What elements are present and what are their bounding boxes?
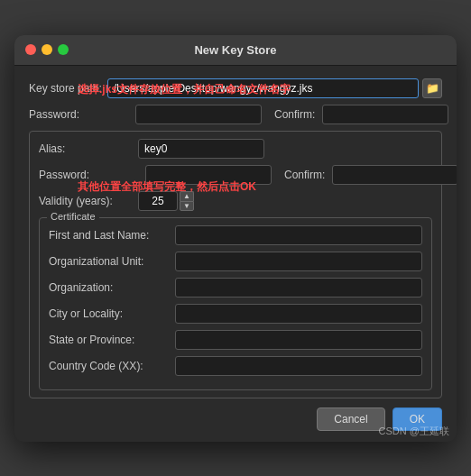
city-label: City or Locality: [49, 307, 175, 320]
title-bar: New Key Store [14, 35, 457, 66]
country-input[interactable] [175, 356, 422, 376]
first-last-name-label: First and Last Name: [49, 229, 175, 242]
validity-row: Validity (years): ▲ ▼ [39, 191, 432, 211]
ok-button[interactable]: OK [392, 407, 442, 431]
form-content: 选择.jks文件存放位置，并自己命名文件名字 其他位置全部填写完整，然后点击OK… [14, 66, 457, 442]
maximize-button[interactable] [58, 44, 69, 55]
folder-browse-button[interactable]: 📁 [422, 78, 442, 98]
confirm-input[interactable] [322, 105, 448, 124]
city-row: City or Locality: [49, 304, 422, 324]
state-input[interactable] [175, 330, 422, 350]
city-input[interactable] [175, 304, 422, 324]
password-input[interactable] [135, 105, 262, 124]
alias-label: Alias: [39, 142, 138, 155]
validity-input[interactable] [138, 191, 178, 211]
validity-spinner: ▲ ▼ [138, 191, 194, 211]
cancel-button[interactable]: Cancel [317, 407, 384, 431]
org-input[interactable] [175, 278, 422, 298]
org-unit-label: Organizational Unit: [49, 255, 175, 268]
spinner-up-button[interactable]: ▲ [180, 191, 194, 201]
first-last-name-row: First and Last Name: [49, 225, 422, 245]
confirm-label: Confirm: [274, 108, 315, 121]
alias-row: Alias: [39, 139, 432, 159]
org-row: Organization: [49, 278, 422, 298]
alias-input[interactable] [138, 139, 264, 159]
window-title: New Key Store [194, 43, 276, 57]
key-confirm-label: Confirm: [284, 169, 325, 181]
org-label: Organization: [49, 281, 175, 294]
main-window: New Key Store 选择.jks文件存放位置，并自己命名文件名字 其他位… [14, 35, 457, 442]
keystore-path-input-wrap: 📁 [107, 78, 442, 98]
password-row: Password: Confirm: [29, 105, 442, 124]
close-button[interactable] [25, 44, 36, 55]
country-row: Country Code (XX): [49, 356, 422, 376]
keystore-path-label: Key store path: [29, 82, 102, 95]
certificate-section: Certificate First and Last Name: Organiz… [39, 217, 432, 390]
key-confirm-input[interactable] [332, 165, 457, 185]
key-password-row: Password: Confirm: [39, 165, 432, 185]
org-unit-input[interactable] [175, 252, 422, 271]
key-password-label: Password: [39, 169, 138, 181]
validity-label: Validity (years): [39, 195, 138, 207]
keystore-path-row: Key store path: 📁 [29, 78, 442, 98]
bottom-buttons: CSDN @王延联 Cancel OK [29, 407, 442, 431]
keystore-path-input[interactable] [107, 78, 419, 98]
spinner-buttons: ▲ ▼ [180, 191, 194, 211]
window-controls [25, 44, 69, 55]
spinner-down-button[interactable]: ▼ [180, 201, 194, 211]
org-unit-row: Organizational Unit: [49, 252, 422, 271]
certificate-legend: Certificate [47, 211, 99, 222]
state-row: State or Province: [49, 330, 422, 350]
state-label: State or Province: [49, 334, 175, 346]
key-password-input[interactable] [145, 165, 272, 185]
country-label: Country Code (XX): [49, 360, 175, 372]
password-label: Password: [29, 108, 128, 121]
minimize-button[interactable] [42, 44, 52, 55]
first-last-name-input[interactable] [175, 225, 422, 245]
key-section: Alias: Password: Confirm: Validity (year… [29, 131, 442, 398]
